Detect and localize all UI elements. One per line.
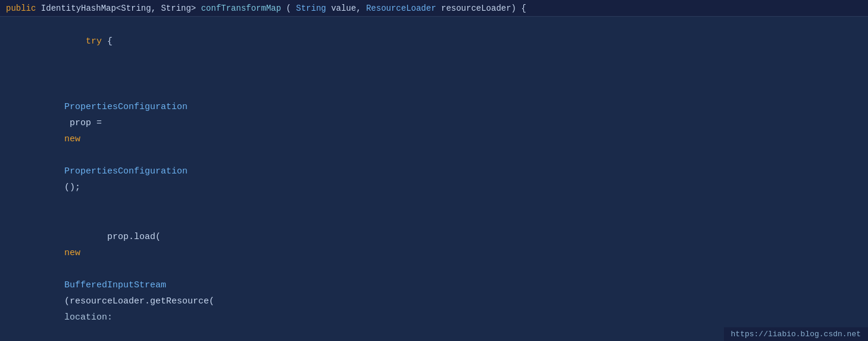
line-content-1: try {	[17, 17, 868, 66]
function-signature-bar: public IdentityHashMap<String, String> c…	[0, 0, 868, 17]
code-line-1: try {	[0, 17, 868, 66]
code-line-2: PropertiesConfiguration prop = new Prope…	[0, 66, 868, 212]
function-signature: public IdentityHashMap<String, String> c…	[6, 4, 526, 13]
code-editor: public IdentityHashMap<String, String> c…	[0, 0, 868, 341]
url-text: https://liabio.blog.csdn.net	[731, 330, 861, 339]
code-line-3: prop.load( new BufferedInputStream (reso…	[0, 212, 868, 341]
code-body: try { PropertiesConfiguration prop = new…	[0, 17, 868, 341]
line-content-3: prop.load( new BufferedInputStream (reso…	[17, 213, 868, 341]
line-content-2: PropertiesConfiguration prop = new Prope…	[17, 67, 868, 212]
footer-url: https://liabio.blog.csdn.net	[724, 327, 868, 341]
